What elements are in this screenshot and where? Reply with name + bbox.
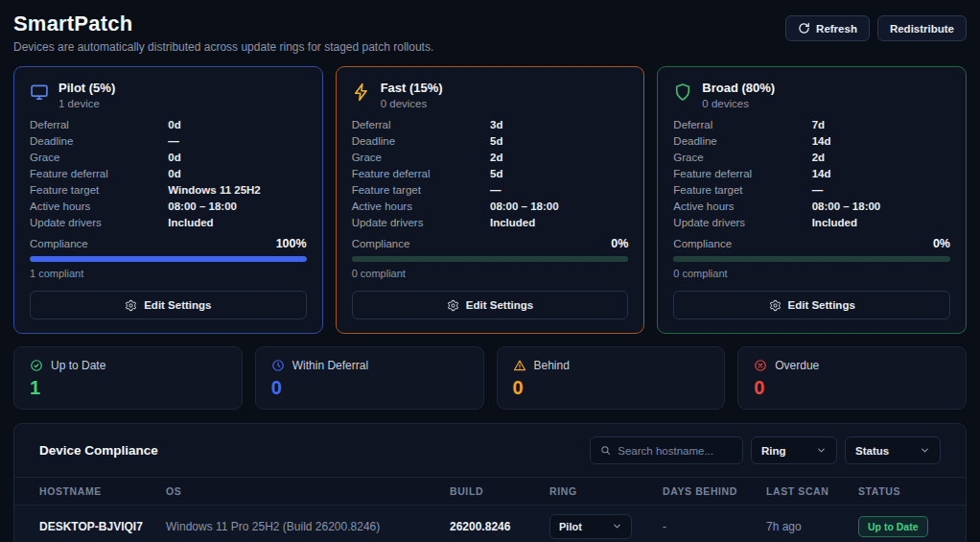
summary-label: Up to Date [51,359,105,372]
edit-settings-label: Edit Settings [788,299,855,311]
summary-label: Behind [534,359,570,372]
page-subtitle: Devices are automatically distributed ac… [13,40,433,54]
hostname-search[interactable] [590,436,743,464]
spec-label: Update drivers [673,217,811,228]
spec-label: Update drivers [352,217,490,228]
spec-value: 08:00 – 18:00 [168,200,306,212]
compliance-label: Compliance [30,238,88,249]
spec-label: Grace [673,152,811,163]
spec-label: Deferral [30,119,168,130]
compliance-percent: 0% [611,237,628,250]
refresh-label: Refresh [816,23,857,35]
ring-spec-list: Deferral0dDeadline—Grace0dFeature deferr… [30,119,307,228]
summary-label: Within Deferral [292,359,368,372]
header-text: SmartPatch Devices are automatically dis… [13,12,433,54]
redistribute-label: Redistribute [890,23,954,35]
spec-value: — [168,135,306,147]
ring-card-broad: Broad (80%) 0 devices Deferral7dDeadline… [657,66,967,334]
ring-card-pilot: Pilot (5%) 1 device Deferral0dDeadline—G… [13,66,323,334]
edit-settings-button[interactable]: Edit Settings [673,291,950,319]
page-title: SmartPatch [13,12,433,36]
ring-name: Broad (80%) [702,81,775,95]
compliance-progress-fill [30,256,307,262]
header-actions: Refresh Redistribute [785,15,967,41]
spec-label: Deferral [673,119,811,130]
search-input[interactable] [618,445,733,457]
ring-title-block: Fast (15%) 0 devices [381,81,443,109]
spec-value: 7d [812,119,950,130]
refresh-button[interactable]: Refresh [785,15,870,41]
spec-value: 0d [168,119,306,130]
summary-value: 0 [513,377,710,399]
spec-value: 5d [490,168,628,179]
panel-controls: Ring Status [590,436,941,464]
spec-label: Feature target [673,184,811,196]
shield-icon [673,82,692,102]
panel-header: Device Compliance Ring Status [14,424,966,477]
spec-label: Active hours [30,200,168,212]
compliance-progressbar [352,256,629,262]
summary-header: Within Deferral [271,359,468,372]
edit-settings-button[interactable]: Edit Settings [352,291,629,319]
x-circle-icon [754,359,767,372]
ring-header: Pilot (5%) 1 device [30,81,307,109]
spec-row: Grace0d [30,152,307,163]
compliance-label: Compliance [673,238,732,249]
search-icon [600,444,611,457]
status-filter-label: Status [855,445,889,457]
spec-label: Update drivers [30,217,168,228]
ring-title-block: Broad (80%) 0 devices [702,81,775,109]
last-scan-cell: 7h ago [766,520,858,533]
chevron-down-icon [920,445,930,456]
zap-icon [352,82,371,102]
redistribute-button[interactable]: Redistribute [877,15,967,41]
spec-row: Deadline5d [352,135,629,147]
spec-row: Deadline— [30,135,307,147]
summary-card-within-deferral: Within Deferral 0 [255,346,484,410]
row-ring-select[interactable]: Pilot [549,514,632,539]
chevron-down-icon [612,521,622,531]
compliance-progressbar [30,256,307,262]
spec-label: Grace [30,152,168,163]
spec-row: Update driversIncluded [30,217,307,228]
spec-value: 14d [812,168,950,179]
edit-settings-button[interactable]: Edit Settings [30,291,307,319]
ring-header: Broad (80%) 0 devices [673,81,950,109]
compliance-percent: 100% [276,237,307,250]
spec-row: Update driversIncluded [352,217,629,228]
spec-row: Active hours08:00 – 18:00 [352,200,629,212]
panel-title: Device Compliance [39,443,158,458]
spec-row: Feature targetWindows 11 25H2 [30,184,307,196]
summary-card-overdue: Overdue 0 [737,346,967,410]
ring-filter-select[interactable]: Ring [751,436,837,464]
status-summary: Up to Date 1 Within Deferral 0 Behind 0 [13,346,967,410]
spec-value: 2d [812,152,950,163]
spec-value: Included [812,217,950,228]
spec-row: Feature deferral14d [673,168,950,179]
column-header-hostname: Hostname [39,485,166,497]
status-filter-select[interactable]: Status [845,436,941,464]
ring-title-block: Pilot (5%) 1 device [58,81,115,109]
ring-name: Fast (15%) [381,81,443,95]
edit-settings-label: Edit Settings [144,299,211,311]
summary-card-behind: Behind 0 [497,346,726,410]
spec-row: Active hours08:00 – 18:00 [30,200,307,212]
compliant-count: 0 compliant [673,268,950,279]
monitor-icon [30,82,49,102]
ring-device-count: 1 device [58,98,115,109]
gear-icon [125,299,137,312]
spec-value: 14d [812,135,950,147]
spec-value: Included [490,217,628,228]
hostname-cell: DESKTOP-BJVIQI7 [39,520,166,533]
spec-label: Deadline [673,135,811,147]
page-header: SmartPatch Devices are automatically dis… [13,12,967,54]
spec-row: Deferral7d [673,119,950,130]
spec-label: Grace [352,152,490,163]
os-cell: Windows 11 Pro 25H2 (Build 26200.8246) [166,520,450,533]
summary-header: Behind [513,359,710,372]
refresh-icon [798,22,810,35]
edit-settings-label: Edit Settings [466,299,533,311]
spec-row: Grace2d [352,152,629,163]
summary-value: 0 [754,377,950,399]
ring-card-fast: Fast (15%) 0 devices Deferral3dDeadline5… [336,66,645,334]
